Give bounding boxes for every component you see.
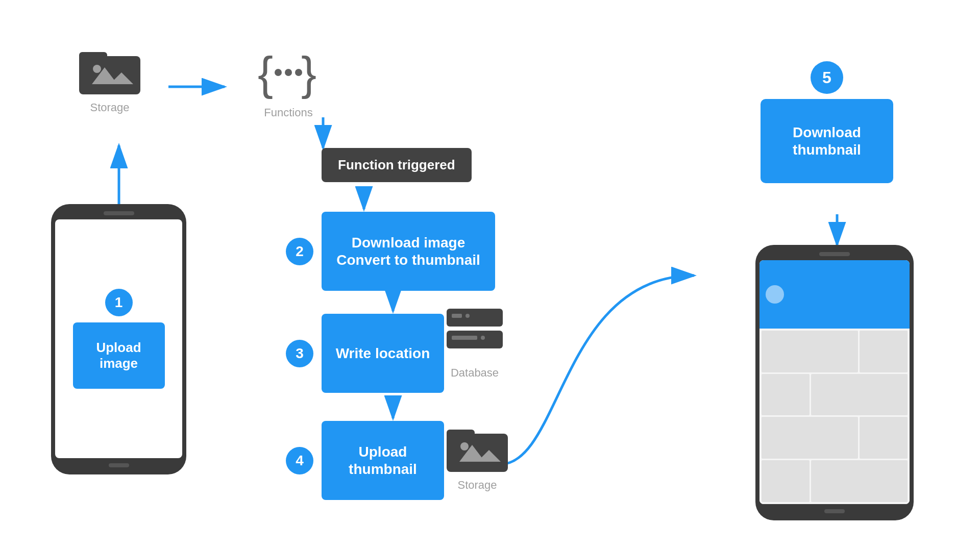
phone-avatar <box>766 285 784 304</box>
phone-cell-5 <box>762 417 858 459</box>
phone-cell-8 <box>811 460 908 502</box>
phone-notch-left <box>104 211 134 215</box>
step-3-badge: 3 <box>286 340 313 367</box>
upload-image-button[interactable]: Upload image <box>73 322 165 389</box>
svg-rect-21 <box>465 314 470 318</box>
right-phone-header <box>760 260 910 329</box>
step-5-area: 5 Download thumbnail <box>761 61 893 183</box>
phone-home-right <box>824 509 845 513</box>
svg-point-17 <box>275 69 282 76</box>
phone-screen-rows <box>760 329 910 504</box>
database-label: Database <box>451 366 499 380</box>
phone-cell-7 <box>762 460 810 502</box>
step-3-area: 3 Write location <box>286 314 444 393</box>
write-location-button[interactable]: Write location <box>322 314 444 393</box>
phone-cell-3 <box>762 374 810 416</box>
diagram-container: 1 Upload image Storage { } Functions <box>0 0 980 551</box>
download-image-button[interactable]: Download image Convert to thumbnail <box>322 212 495 291</box>
upload-thumbnail-button[interactable]: Upload thumbnail <box>322 421 444 500</box>
svg-text:}: } <box>301 48 316 99</box>
database-icon <box>444 306 505 362</box>
phone-cell-4 <box>811 374 908 416</box>
step-2-badge: 2 <box>286 238 313 265</box>
functions-label: Functions <box>264 106 312 119</box>
step-4-badge: 4 <box>286 447 313 474</box>
storage-top-left: Storage <box>77 41 143 114</box>
svg-rect-23 <box>452 336 477 340</box>
svg-rect-24 <box>481 336 485 340</box>
svg-rect-20 <box>452 314 462 318</box>
phone-cell-6 <box>860 417 908 459</box>
phone-row-4 <box>762 460 908 502</box>
database-icon-area: Database <box>444 306 505 380</box>
storage-label-left: Storage <box>90 101 129 114</box>
left-phone-screen: 1 Upload image <box>55 219 182 458</box>
phone-cell-2 <box>860 331 908 372</box>
storage-bottom: Storage <box>444 418 510 492</box>
storage-folder-icon-bottom <box>444 418 510 474</box>
download-thumbnail-button[interactable]: Download thumbnail <box>761 99 893 183</box>
phone-cell-1 <box>762 331 858 372</box>
right-phone-screen <box>760 260 910 504</box>
step-4-area: 4 Upload thumbnail <box>286 421 444 500</box>
svg-point-15 <box>285 69 292 76</box>
svg-rect-10 <box>79 52 107 62</box>
phone-row-3 <box>762 417 908 459</box>
right-phone <box>755 245 914 520</box>
phone-notch-right <box>819 252 850 256</box>
step-1-badge: 1 <box>105 289 133 316</box>
phone-row-1 <box>762 331 908 372</box>
svg-text:{: { <box>258 48 273 99</box>
storage-folder-icon-left <box>77 41 143 97</box>
functions-icon-area: { } Functions <box>255 41 322 119</box>
functions-icon: { } <box>255 41 322 102</box>
function-triggered-box: Function triggered <box>322 148 472 182</box>
svg-rect-26 <box>447 430 475 440</box>
svg-point-29 <box>460 442 469 450</box>
phone-home-left <box>109 463 129 467</box>
svg-point-13 <box>93 65 101 73</box>
step-5-badge: 5 <box>811 61 843 94</box>
storage-label-bottom: Storage <box>457 479 497 492</box>
phone-row-2 <box>762 374 908 416</box>
step-2-area: 2 Download image Convert to thumbnail <box>286 212 495 291</box>
left-phone: 1 Upload image <box>51 204 186 474</box>
right-phone-screen-content <box>760 260 910 504</box>
